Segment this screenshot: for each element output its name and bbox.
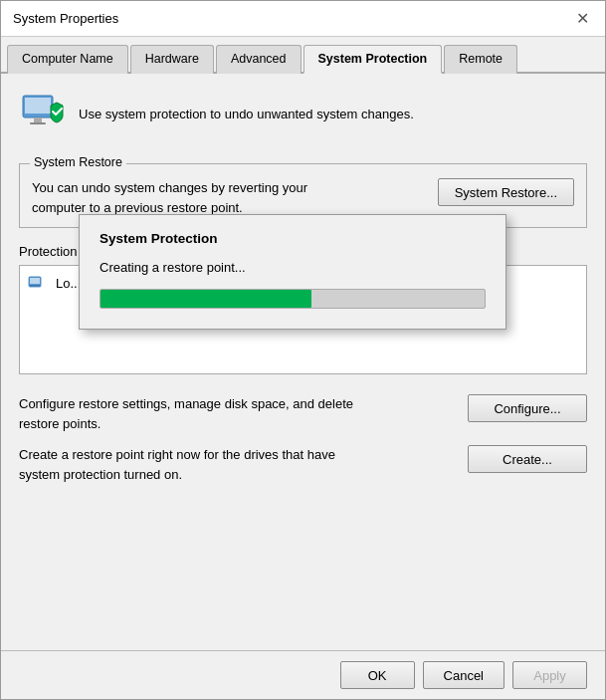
dialog-message: Creating a restore point...	[100, 260, 486, 275]
footer: OK Cancel Apply	[1, 650, 605, 699]
close-button[interactable]: ✕	[572, 11, 593, 27]
system-restore-content: You can undo system changes by reverting…	[32, 178, 574, 217]
system-restore-button[interactable]: System Restore...	[438, 178, 574, 206]
configure-button[interactable]: Configure...	[468, 394, 587, 422]
dialog-title: System Protection	[100, 231, 486, 246]
svg-rect-6	[30, 285, 40, 287]
tabs-bar: Computer Name Hardware Advanced System P…	[1, 37, 605, 74]
info-banner: Use system protection to undo unwanted s…	[19, 90, 587, 147]
protection-area: Protection Settings Lo... System Protect…	[19, 244, 587, 374]
configure-row: Configure restore settings, manage disk …	[19, 394, 587, 433]
window-title: System Properties	[13, 11, 118, 26]
system-restore-description: You can undo system changes by reverting…	[32, 178, 360, 217]
tab-hardware[interactable]: Hardware	[130, 45, 214, 74]
tab-computer-name[interactable]: Computer Name	[7, 45, 128, 74]
svg-rect-5	[30, 278, 40, 284]
ok-button[interactable]: OK	[340, 661, 415, 689]
computer-shield-icon	[19, 90, 67, 137]
svg-rect-2	[34, 117, 42, 122]
create-row: Create a restore point right now for the…	[19, 445, 587, 484]
main-content: Use system protection to undo unwanted s…	[1, 74, 605, 650]
svg-rect-3	[30, 122, 46, 124]
svg-rect-1	[25, 98, 51, 114]
progress-bar-container	[100, 289, 486, 309]
bottom-actions: Configure restore settings, manage disk …	[19, 394, 587, 484]
create-description: Create a restore point right now for the…	[19, 445, 367, 484]
configure-description: Configure restore settings, manage disk …	[19, 394, 367, 433]
info-banner-text: Use system protection to undo unwanted s…	[79, 107, 414, 121]
drive-name: Lo...	[56, 276, 81, 291]
progress-bar	[101, 290, 311, 308]
drive-icon	[28, 273, 48, 293]
tab-advanced[interactable]: Advanced	[216, 45, 302, 74]
apply-button[interactable]: Apply	[512, 661, 587, 689]
tab-remote[interactable]: Remote	[444, 45, 517, 74]
cancel-button[interactable]: Cancel	[423, 661, 505, 689]
title-bar: System Properties ✕	[1, 1, 605, 37]
tab-system-protection[interactable]: System Protection	[303, 45, 443, 74]
create-button[interactable]: Create...	[468, 445, 587, 473]
system-restore-legend: System Restore	[30, 155, 126, 169]
system-properties-window: System Properties ✕ Computer Name Hardwa…	[0, 0, 606, 700]
system-protection-dialog: System Protection Creating a restore poi…	[79, 214, 506, 330]
